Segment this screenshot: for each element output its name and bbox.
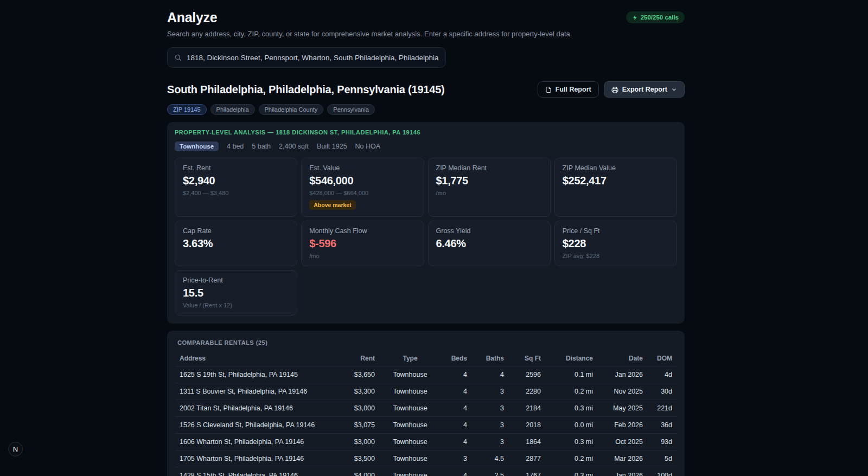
- metric-card: Monthly Cash Flow $-596 /mo: [301, 221, 424, 266]
- search-box[interactable]: [167, 47, 446, 68]
- column-header[interactable]: Rent: [335, 351, 380, 366]
- metric-label: Est. Value: [309, 164, 416, 172]
- cell-baths: 4: [472, 366, 509, 383]
- metric-subtext: Value / (Rent x 12): [183, 302, 289, 308]
- metric-card: Cap Rate 3.63%: [175, 221, 297, 266]
- cell-address: 1705 Wharton St, Philadelphia, PA 19146: [175, 451, 335, 467]
- cell-beds: 4: [441, 467, 472, 476]
- table-row[interactable]: 1625 S 19th St, Philadelphia, PA 19145 $…: [175, 366, 677, 383]
- cell-beds: 4: [441, 383, 472, 400]
- column-header[interactable]: DOM: [648, 351, 677, 366]
- full-report-label: Full Report: [556, 86, 591, 93]
- column-header[interactable]: Beds: [441, 351, 472, 366]
- column-header[interactable]: Baths: [472, 351, 509, 366]
- table-row[interactable]: 1705 Wharton St, Philadelphia, PA 19146 …: [175, 451, 677, 467]
- metric-value: 3.63%: [183, 237, 289, 250]
- cell-baths: 3: [472, 383, 509, 400]
- metric-value: 6.46%: [436, 237, 542, 250]
- metric-subtext: /mo: [309, 253, 416, 259]
- cell-type: Townhouse: [380, 451, 441, 467]
- metric-card: ZIP Median Value $252,417: [554, 158, 677, 217]
- cell-date: Feb 2026: [598, 417, 648, 434]
- location-tags: ZIP 19145 Philadelphia Philadelphia Coun…: [167, 104, 685, 115]
- column-header[interactable]: Sq Ft: [509, 351, 546, 366]
- cell-baths: 3: [472, 400, 509, 417]
- cell-rent: $3,000: [335, 434, 380, 451]
- cell-sqft: 1864: [509, 434, 546, 451]
- cell-date: Oct 2025: [598, 434, 648, 451]
- comparables-table: AddressRentTypeBedsBathsSq FtDistanceDat…: [175, 351, 677, 476]
- cell-sqft: 2877: [509, 451, 546, 467]
- cell-sqft: 1767: [509, 467, 546, 476]
- cell-address: 1606 Wharton St, Philadelphia, PA 19146: [175, 434, 335, 451]
- cell-rent: $3,500: [335, 451, 380, 467]
- nextjs-devtools-button[interactable]: N: [8, 442, 23, 456]
- cell-type: Townhouse: [380, 434, 441, 451]
- metric-label: Est. Rent: [183, 164, 289, 172]
- cell-distance: 0.2 mi: [546, 451, 598, 467]
- column-header[interactable]: Type: [380, 351, 441, 366]
- cell-dom: 221d: [648, 400, 677, 417]
- metric-label: Monthly Cash Flow: [309, 227, 416, 235]
- location-tag: Philadelphia: [210, 104, 255, 115]
- cell-dom: 36d: [648, 417, 677, 434]
- metric-subtext: /mo: [436, 190, 542, 196]
- property-fact: Built 1925: [317, 143, 347, 150]
- result-title: South Philadelphia, Philadelphia, Pennsy…: [167, 83, 445, 96]
- full-report-button[interactable]: Full Report: [538, 81, 599, 98]
- cell-address: 1311 S Bouvier St, Philadelphia, PA 1914…: [175, 383, 335, 400]
- property-fact: 4 bed: [227, 143, 244, 150]
- column-header[interactable]: Date: [598, 351, 648, 366]
- cell-baths: 3: [472, 417, 509, 434]
- location-tag: ZIP 19145: [167, 104, 207, 115]
- cell-date: Jan 2026: [598, 366, 648, 383]
- metric-status-badge: Above market: [309, 200, 355, 210]
- metric-value: $-596: [309, 237, 416, 250]
- cell-sqft: 2596: [509, 366, 546, 383]
- metric-label: ZIP Median Rent: [436, 164, 542, 172]
- nextjs-logo: N: [13, 445, 18, 453]
- cell-rent: $3,300: [335, 383, 380, 400]
- table-row[interactable]: 1428 S 15th St, Philadelphia, PA 19146 $…: [175, 467, 677, 476]
- cell-address: 2002 Titan St, Philadelphia, PA 19146: [175, 400, 335, 417]
- export-report-button[interactable]: Export Report: [604, 81, 685, 98]
- api-calls-badge: 250/250 calls: [626, 11, 685, 23]
- comparables-section-title: COMPARABLE RENTALS (25): [175, 338, 677, 346]
- metric-subtext: $2,400 — $3,480: [183, 190, 289, 196]
- location-tag: Philadelphia County: [259, 104, 324, 115]
- search-input[interactable]: [187, 54, 439, 62]
- metric-card: Est. Value $546,000 $428,000 — $664,000 …: [301, 158, 424, 217]
- metric-value: 15.5: [183, 287, 289, 299]
- cell-date: Mar 2026: [598, 451, 648, 467]
- property-facts: 4 bed5 bath2,400 sqftBuilt 1925No HOA: [227, 143, 380, 150]
- cell-beds: 4: [441, 434, 472, 451]
- cell-address: 1625 S 19th St, Philadelphia, PA 19145: [175, 366, 335, 383]
- printer-icon: [611, 86, 618, 93]
- metric-label: Gross Yield: [436, 227, 542, 235]
- document-icon: [545, 86, 552, 93]
- property-type-chip: Townhouse: [175, 141, 219, 151]
- column-header[interactable]: Distance: [546, 351, 598, 366]
- cell-date: Jan 2026: [598, 467, 648, 476]
- cell-sqft: 2280: [509, 383, 546, 400]
- cell-rent: $3,650: [335, 366, 380, 383]
- table-row[interactable]: 1311 S Bouvier St, Philadelphia, PA 1914…: [175, 383, 677, 400]
- property-fact: No HOA: [355, 143, 381, 150]
- column-header[interactable]: Address: [175, 351, 335, 366]
- cell-baths: 2.5: [472, 467, 509, 476]
- metric-card: Price-to-Rent 15.5 Value / (Rent x 12): [175, 270, 297, 316]
- table-row[interactable]: 1606 Wharton St, Philadelphia, PA 19146 …: [175, 434, 677, 451]
- cell-dom: 5d: [648, 451, 677, 467]
- cell-baths: 4.5: [472, 451, 509, 467]
- cell-distance: 0.0 mi: [546, 417, 598, 434]
- metric-label: Price / Sq Ft: [563, 227, 669, 235]
- property-analysis-panel: PROPERTY-LEVEL ANALYSIS — 1818 DICKINSON…: [167, 122, 685, 324]
- table-row[interactable]: 2002 Titan St, Philadelphia, PA 19146 $3…: [175, 400, 677, 417]
- metric-subtext: ZIP avg: $228: [563, 253, 669, 259]
- table-row[interactable]: 1526 S Cleveland St, Philadelphia, PA 19…: [175, 417, 677, 434]
- search-icon: [174, 54, 182, 61]
- cell-distance: 0.3 mi: [546, 434, 598, 451]
- report-actions: Full Report Export Report: [538, 81, 685, 98]
- cell-distance: 0.1 mi: [546, 366, 598, 383]
- metric-subtext: $428,000 — $664,000: [309, 190, 416, 196]
